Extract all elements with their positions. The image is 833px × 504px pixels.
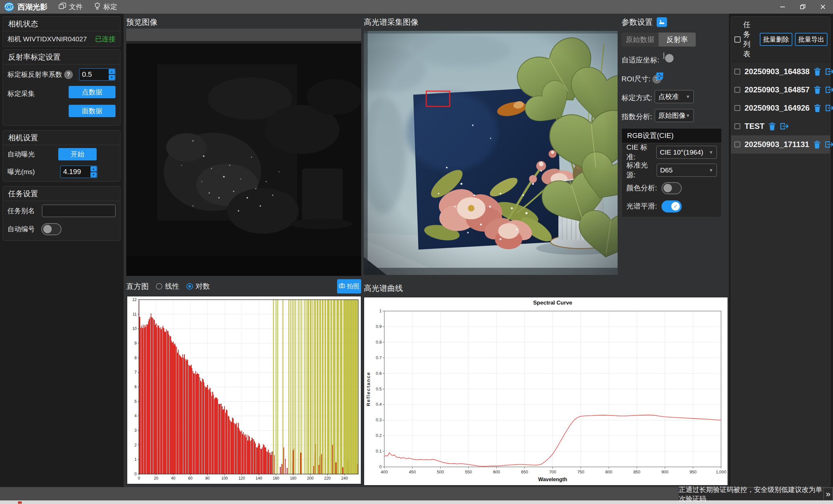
svg-text:0.8: 0.8 bbox=[376, 340, 382, 344]
coefficient-label: 标定板反射率系数 bbox=[7, 70, 62, 79]
calibration-mode-select[interactable]: 点校准▼ bbox=[655, 90, 694, 103]
svg-text:240: 240 bbox=[341, 476, 348, 481]
task-list-item[interactable]: TEST bbox=[731, 117, 830, 135]
preview-image bbox=[126, 29, 361, 276]
adaptive-axis-label: 自适应坐标: bbox=[621, 55, 659, 65]
tab-raw-data[interactable]: 原始数据 bbox=[621, 32, 659, 47]
export-icon[interactable] bbox=[825, 86, 833, 94]
task-checkbox[interactable] bbox=[734, 105, 740, 111]
roi-size-row: ROI尺寸: ? bbox=[621, 74, 661, 84]
exposure-input[interactable]: ▲▼ bbox=[60, 166, 97, 178]
spectral-smooth-toggle[interactable] bbox=[662, 200, 682, 213]
task-checkbox[interactable] bbox=[734, 87, 740, 93]
svg-text:0.2: 0.2 bbox=[376, 433, 382, 438]
spin-up-button[interactable]: ▲ bbox=[656, 73, 663, 76]
close-button[interactable] bbox=[813, 0, 833, 14]
spin-down-button[interactable]: ▼ bbox=[109, 75, 115, 80]
task-checkbox[interactable] bbox=[734, 123, 740, 129]
task-settings-title: 任务设置 bbox=[3, 187, 120, 201]
bulb-icon bbox=[94, 2, 101, 12]
hyperspectral-image[interactable] bbox=[364, 31, 618, 275]
batch-export-button[interactable]: 批量导出 bbox=[795, 33, 828, 46]
color-analysis-toggle[interactable] bbox=[662, 182, 682, 194]
menu-file[interactable]: 文件 bbox=[58, 2, 82, 11]
cie-standard-select[interactable]: CIE 10°(1964)▼ bbox=[656, 146, 717, 159]
trash-icon[interactable] bbox=[814, 86, 821, 94]
auto-exposure-label: 自动曝光 bbox=[7, 150, 35, 159]
area-data-button[interactable]: 面数据 bbox=[69, 105, 116, 117]
menu-calibrate[interactable]: 标定 bbox=[94, 2, 117, 12]
task-checkbox[interactable] bbox=[734, 69, 740, 74]
spin-down-button[interactable]: ▼ bbox=[91, 172, 97, 177]
trash-icon[interactable] bbox=[814, 68, 821, 76]
svg-text:11: 11 bbox=[133, 312, 137, 317]
export-icon[interactable] bbox=[780, 122, 789, 130]
log-radio-group[interactable]: 对数 bbox=[187, 282, 210, 291]
trash-icon[interactable] bbox=[813, 141, 820, 149]
camera-status-title: 相机状态 bbox=[3, 17, 120, 31]
batch-delete-button[interactable]: 批量删除 bbox=[760, 33, 792, 46]
svg-text:120: 120 bbox=[239, 476, 245, 481]
restore-button[interactable] bbox=[793, 0, 813, 14]
task-settings-panel: 任务设置 任务别名 自动编号 bbox=[3, 186, 120, 241]
rgb-settings-panel: RGB设置(CIE) CIE 标准: CIE 10°(1964)▼ 标准光源: … bbox=[621, 128, 722, 217]
auto-exposure-start-button[interactable]: 开始 bbox=[58, 148, 97, 161]
export-icon[interactable] bbox=[825, 104, 833, 112]
capture-button[interactable]: 拍照 bbox=[337, 279, 361, 293]
camera-settings-title: 相机设置 bbox=[3, 130, 120, 145]
illuminant-select[interactable]: D65▼ bbox=[657, 164, 717, 177]
index-analysis-select[interactable]: 原始图像▼ bbox=[655, 109, 694, 122]
svg-text:750: 750 bbox=[577, 470, 585, 474]
task-alias-input[interactable] bbox=[42, 205, 116, 217]
spin-down-button[interactable]: ▼ bbox=[656, 76, 663, 80]
spectral-smooth-label: 光谱平滑: bbox=[626, 201, 657, 211]
svg-text:80: 80 bbox=[205, 476, 210, 481]
params-header: 参数设置 bbox=[621, 17, 667, 27]
app-window: 西湖光影 文件 标定 bbox=[0, 0, 833, 504]
svg-text:180: 180 bbox=[290, 476, 296, 481]
toast-expand-chevron[interactable]: » bbox=[824, 488, 832, 500]
svg-text:0.7: 0.7 bbox=[376, 355, 382, 360]
task-list-item[interactable]: 20250903_164926 bbox=[731, 99, 830, 117]
svg-text:0.9: 0.9 bbox=[376, 324, 382, 329]
task-list-item[interactable]: 20250903_171131 bbox=[731, 135, 830, 153]
svg-text:900: 900 bbox=[662, 470, 669, 474]
linear-radio-group[interactable]: 线性 bbox=[156, 282, 179, 291]
export-icon[interactable] bbox=[825, 68, 833, 75]
coefficient-help-icon[interactable]: ? bbox=[64, 70, 73, 79]
remote-control-toast: 正通过长期验证码被控，安全级别低建议改为单次验证码 bbox=[679, 488, 823, 500]
svg-text:Wavelength: Wavelength bbox=[538, 477, 567, 482]
roi-size-input[interactable]: ▲▼ bbox=[663, 72, 663, 78]
auto-number-toggle[interactable] bbox=[41, 223, 62, 235]
app-title: 西湖光影 bbox=[18, 2, 48, 12]
minimize-button[interactable] bbox=[772, 0, 793, 14]
taskbar-icon-peek bbox=[18, 501, 22, 504]
svg-text:40: 40 bbox=[171, 476, 176, 481]
export-icon[interactable] bbox=[825, 141, 833, 148]
camera-id-label: 相机 WIVTIDXVNIR04027 bbox=[7, 34, 87, 44]
task-label: 20250903_164838 bbox=[744, 67, 810, 76]
svg-text:100: 100 bbox=[221, 476, 228, 481]
spin-up-button[interactable]: ▲ bbox=[91, 166, 97, 171]
select-all-checkbox[interactable] bbox=[734, 37, 741, 43]
image-icon[interactable] bbox=[657, 17, 667, 27]
task-checkbox[interactable] bbox=[734, 142, 740, 147]
camera-icon bbox=[339, 283, 345, 290]
file-icon bbox=[58, 3, 66, 11]
tab-reflectance[interactable]: 反射率 bbox=[659, 32, 696, 47]
spin-up-button[interactable]: ▲ bbox=[109, 69, 115, 74]
index-analysis-label: 指数分析: bbox=[621, 112, 652, 122]
coefficient-input[interactable]: ▲▼ bbox=[79, 68, 116, 81]
trash-icon[interactable] bbox=[814, 104, 821, 112]
point-data-button[interactable]: 点数据 bbox=[69, 86, 116, 98]
linear-radio[interactable] bbox=[156, 283, 162, 290]
log-radio[interactable] bbox=[187, 283, 193, 290]
task-list-title: 任务列表 bbox=[743, 20, 757, 59]
connection-status-badge: 已连接 bbox=[95, 34, 116, 44]
svg-text:0.1: 0.1 bbox=[376, 449, 382, 454]
adaptive-axis-toggle[interactable] bbox=[663, 52, 664, 59]
task-list-item[interactable]: 20250903_164838 bbox=[731, 63, 830, 81]
trash-icon[interactable] bbox=[768, 122, 776, 130]
svg-text:140: 140 bbox=[256, 476, 262, 481]
task-list-item[interactable]: 20250903_164857 bbox=[731, 81, 830, 99]
